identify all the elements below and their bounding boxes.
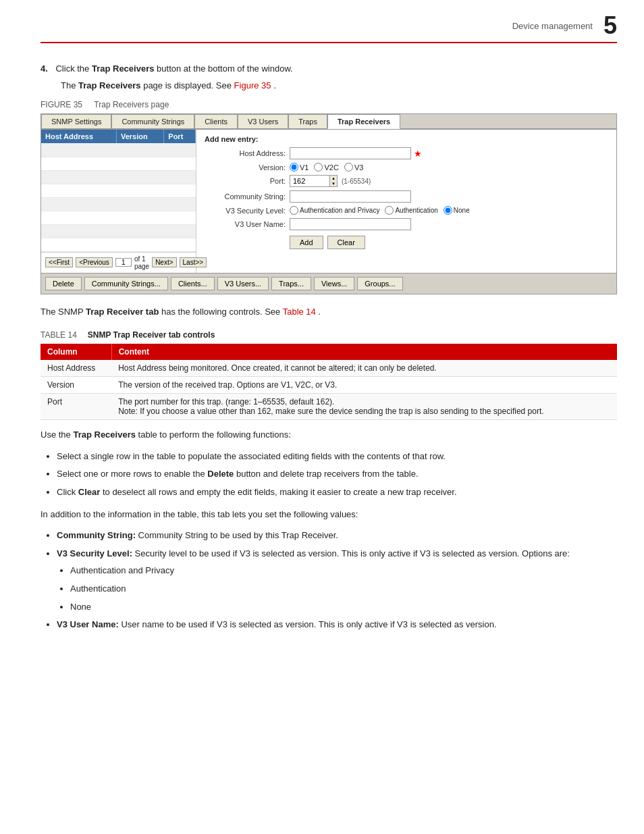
version-label: Version: [205,163,286,172]
version-v3-radio[interactable] [344,163,353,172]
spinner-arrows: ▲ ▼ [330,175,338,187]
tab-v3-users[interactable]: V3 Users [238,114,288,128]
table-row[interactable] [41,224,196,238]
table-row[interactable] [41,197,196,211]
sub-bullet-auth: Authentication [70,582,617,596]
table-row: Port The port number for this trap. (ran… [41,394,617,420]
table-row[interactable] [41,143,196,157]
host-address-row: Host Address: ★ [205,147,608,159]
groups-button[interactable]: Groups... [357,277,402,290]
row-port-content: The port number for this trap. (range: 1… [111,394,617,420]
row-host-address-name: Host Address [41,360,111,377]
views-button[interactable]: Views... [314,277,354,290]
clients-button[interactable]: Clients... [171,277,215,290]
security-auth-privacy[interactable]: Authentication and Privacy [290,206,379,215]
prev-page-button[interactable]: <Previous [76,257,113,267]
figure-caption: FIGURE 35 Trap Receivers page [41,100,617,109]
version-radio-group: V1 V2C V3 [290,163,363,172]
security-auth[interactable]: Authentication [385,206,437,215]
community-strings-button[interactable]: Community Strings... [84,277,168,290]
snmp-ui-mockup: SNMP Settings Community Strings Clients … [41,113,617,294]
snmp-body: Host Address Version Port [41,129,616,273]
required-indicator: ★ [414,149,422,159]
table-row: Host Address Host Address being monitore… [41,360,617,377]
bullet-1-2: Select one or more rows to enable the De… [57,467,617,481]
bottom-button-bar: Delete Community Strings... Clients... V… [41,273,616,294]
security-auth-radio[interactable] [385,206,394,215]
community-string-label: Community String: [205,192,286,201]
col-port: Port [164,130,196,143]
version-v2c-option[interactable]: V2C [314,163,338,172]
port-row: Port: ▲ ▼ (1-65534) [205,175,608,187]
first-page-button[interactable]: <<First [45,257,73,267]
bullet-1-3: Click Clear to deselect all rows and emp… [57,486,617,500]
bullet-1-1: Select a single row in the table to popu… [57,450,617,464]
version-v2c-radio[interactable] [314,163,323,172]
port-range-hint: (1-65534) [342,178,371,185]
chapter-title: Device management [512,21,593,31]
add-new-label: Add new entry: [205,135,608,143]
tab-community-strings[interactable]: Community Strings [111,114,194,128]
table-row[interactable] [41,184,196,197]
of-page-label: of 1 page [134,255,149,270]
col-host-address: Host Address [41,130,116,143]
row-version-name: Version [41,377,111,394]
clear-button[interactable]: Clear [327,236,365,249]
bullet-community-string: Community String: Community String to be… [57,529,617,543]
community-string-input[interactable] [290,190,411,203]
security-none-radio[interactable] [444,206,452,215]
tab-clients[interactable]: Clients [194,114,238,128]
table14-link[interactable]: Table 14 [283,307,316,317]
add-new-form: Add new entry: Host Address: ★ Version: … [196,130,616,273]
col-header-column: Column [41,344,111,360]
v3-security-row: V3 Security Level: Authentication and Pr… [205,206,608,215]
step-number: 4. [41,63,48,74]
table-row[interactable] [41,211,196,224]
next-page-button[interactable]: Next> [152,257,176,267]
port-input[interactable] [290,175,330,187]
security-auth-privacy-radio[interactable] [290,206,298,215]
security-none[interactable]: None [444,206,470,215]
step-4-subtext: The Trap Receivers page is displayed. Se… [61,80,617,90]
v3-user-input[interactable] [290,218,411,230]
tab-snmp-settings[interactable]: SNMP Settings [41,114,111,128]
snmp-note: The SNMP Trap Receiver tab has the follo… [41,305,617,319]
v3-security-options: Authentication and Privacy Authenticatio… [290,206,470,215]
tab-trap-receivers[interactable]: Trap Receivers [327,114,400,129]
tab-traps[interactable]: Traps [288,114,327,128]
v3-security-sub-list: Authentication and Privacy Authenticatio… [70,564,617,614]
delete-button[interactable]: Delete [45,277,82,290]
body-text-1: Use the Trap Receivers table to perform … [41,428,617,442]
row-port-name: Port [41,394,111,420]
spinner-up[interactable]: ▲ [330,176,337,181]
bullet-v3-security: V3 Security Level: Security level to be … [57,547,617,614]
traps-button[interactable]: Traps... [271,277,311,290]
v3-users-button[interactable]: V3 Users... [217,277,269,290]
table14-label: TABLE 14 [41,330,77,340]
step-4-line: 4. Click the Trap Receivers button at th… [41,63,617,74]
table-row[interactable] [41,157,196,170]
col-version: Version [116,130,163,143]
page-number-input[interactable] [115,258,132,267]
add-button[interactable]: Add [290,236,323,249]
version-v1-radio[interactable] [290,163,298,172]
col-header-content: Content [111,344,617,360]
sub-bullet-none: None [70,600,617,615]
tab-bar: SNMP Settings Community Strings Clients … [41,114,616,129]
step-text-suffix: button at the bottom of the window. [157,63,293,74]
page-header: Device management 5 [41,14,617,43]
table-row[interactable] [41,170,196,184]
v3-user-label: V3 User Name: [205,220,286,228]
table-row: Version The version of the received trap… [41,377,617,394]
version-v1-option[interactable]: V1 [290,163,308,172]
bullet-v3-user: V3 User Name: User name to be used if V3… [57,618,617,632]
version-v3-option[interactable]: V3 [344,163,363,172]
table14-title: TABLE 14 SNMP Trap Receiver tab controls [41,330,617,340]
host-address-input[interactable] [290,147,411,159]
spinner-down[interactable]: ▼ [330,181,337,186]
table14-section: TABLE 14 SNMP Trap Receiver tab controls… [41,330,617,420]
figure35-link[interactable]: Figure 35 [234,80,271,90]
table-row[interactable] [41,238,196,251]
form-buttons: Add Clear [290,236,608,249]
bullet-list-1: Select a single row in the table to popu… [57,450,617,500]
